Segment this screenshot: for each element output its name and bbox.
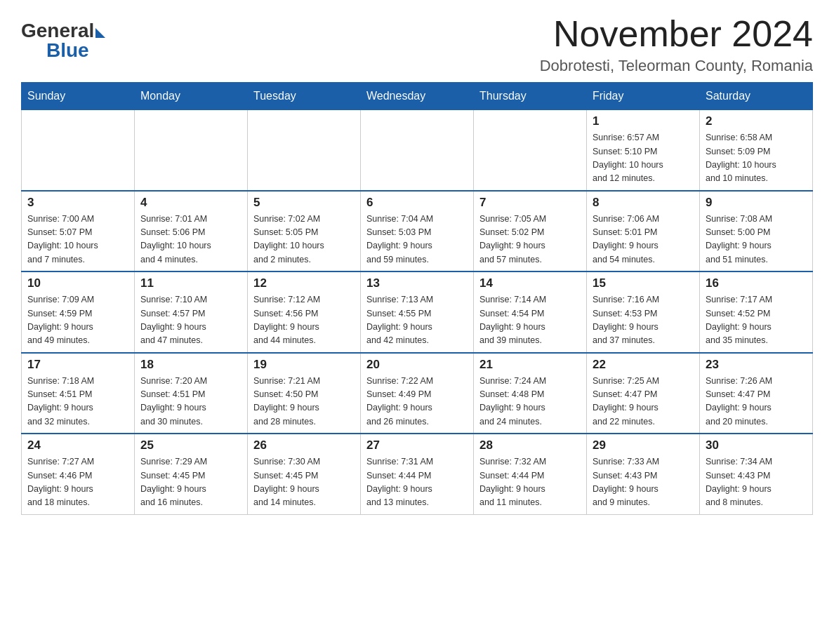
day-info: Sunrise: 7:09 AMSunset: 4:59 PMDaylight:… xyxy=(27,293,128,348)
calendar-cell: 25Sunrise: 7:29 AMSunset: 4:45 PMDayligh… xyxy=(135,434,248,514)
calendar-cell: 8Sunrise: 7:06 AMSunset: 5:01 PMDaylight… xyxy=(587,191,700,272)
day-info: Sunrise: 7:16 AMSunset: 4:53 PMDaylight:… xyxy=(593,293,694,348)
day-number: 9 xyxy=(706,196,807,210)
day-info: Sunrise: 7:18 AMSunset: 4:51 PMDaylight:… xyxy=(27,375,128,429)
calendar-cell: 13Sunrise: 7:13 AMSunset: 4:55 PMDayligh… xyxy=(361,271,474,353)
day-info: Sunrise: 7:33 AMSunset: 4:43 PMDaylight:… xyxy=(593,455,694,510)
calendar-cell: 3Sunrise: 7:00 AMSunset: 5:07 PMDaylight… xyxy=(22,191,135,272)
calendar-cell: 10Sunrise: 7:09 AMSunset: 4:59 PMDayligh… xyxy=(22,271,135,353)
day-number: 29 xyxy=(593,438,694,452)
calendar-cell: 16Sunrise: 7:17 AMSunset: 4:52 PMDayligh… xyxy=(700,271,813,353)
day-info: Sunrise: 7:17 AMSunset: 4:52 PMDaylight:… xyxy=(706,293,807,348)
month-title: November 2024 xyxy=(540,14,813,54)
day-info: Sunrise: 7:22 AMSunset: 4:49 PMDaylight:… xyxy=(366,375,468,429)
calendar-cell xyxy=(474,110,587,191)
day-number: 19 xyxy=(253,358,355,372)
day-number: 21 xyxy=(479,358,581,372)
calendar-cell: 5Sunrise: 7:02 AMSunset: 5:05 PMDaylight… xyxy=(248,191,361,272)
day-number: 12 xyxy=(253,276,355,290)
calendar-week-row: 1Sunrise: 6:57 AMSunset: 5:10 PMDaylight… xyxy=(22,110,813,191)
col-header-saturday: Saturday xyxy=(700,83,813,110)
day-info: Sunrise: 7:20 AMSunset: 4:51 PMDaylight:… xyxy=(140,375,241,429)
day-number: 30 xyxy=(706,438,807,452)
day-number: 24 xyxy=(27,438,128,452)
calendar-cell: 30Sunrise: 7:34 AMSunset: 4:43 PMDayligh… xyxy=(700,434,813,514)
calendar-cell xyxy=(135,110,248,191)
day-number: 6 xyxy=(366,196,468,210)
day-number: 20 xyxy=(366,358,468,372)
day-number: 8 xyxy=(593,196,694,210)
day-info: Sunrise: 7:01 AMSunset: 5:06 PMDaylight:… xyxy=(140,213,241,267)
day-info: Sunrise: 6:58 AMSunset: 5:09 PMDaylight:… xyxy=(706,131,807,186)
day-info: Sunrise: 7:21 AMSunset: 4:50 PMDaylight:… xyxy=(253,375,355,429)
day-number: 18 xyxy=(140,358,241,372)
day-number: 10 xyxy=(27,276,128,290)
calendar-cell: 7Sunrise: 7:05 AMSunset: 5:02 PMDaylight… xyxy=(474,191,587,272)
day-number: 16 xyxy=(706,276,807,290)
calendar-cell: 24Sunrise: 7:27 AMSunset: 4:46 PMDayligh… xyxy=(22,434,135,514)
day-number: 4 xyxy=(140,196,241,210)
day-info: Sunrise: 7:26 AMSunset: 4:47 PMDaylight:… xyxy=(706,375,807,429)
day-info: Sunrise: 7:10 AMSunset: 4:57 PMDaylight:… xyxy=(140,293,241,348)
day-info: Sunrise: 7:05 AMSunset: 5:02 PMDaylight:… xyxy=(479,213,581,267)
day-number: 22 xyxy=(593,358,694,372)
calendar-cell: 21Sunrise: 7:24 AMSunset: 4:48 PMDayligh… xyxy=(474,353,587,434)
col-header-thursday: Thursday xyxy=(474,83,587,110)
calendar-week-row: 24Sunrise: 7:27 AMSunset: 4:46 PMDayligh… xyxy=(22,434,813,514)
day-info: Sunrise: 7:12 AMSunset: 4:56 PMDaylight:… xyxy=(253,293,355,348)
logo: General Blue xyxy=(21,14,105,62)
calendar-cell: 29Sunrise: 7:33 AMSunset: 4:43 PMDayligh… xyxy=(587,434,700,514)
day-info: Sunrise: 7:14 AMSunset: 4:54 PMDaylight:… xyxy=(479,293,581,348)
calendar-cell: 4Sunrise: 7:01 AMSunset: 5:06 PMDaylight… xyxy=(135,191,248,272)
day-number: 26 xyxy=(253,438,355,452)
calendar-cell: 20Sunrise: 7:22 AMSunset: 4:49 PMDayligh… xyxy=(361,353,474,434)
col-header-wednesday: Wednesday xyxy=(361,83,474,110)
day-number: 13 xyxy=(366,276,468,290)
calendar-cell: 9Sunrise: 7:08 AMSunset: 5:00 PMDaylight… xyxy=(700,191,813,272)
day-info: Sunrise: 7:02 AMSunset: 5:05 PMDaylight:… xyxy=(253,213,355,267)
title-area: November 2024 Dobrotesti, Teleorman Coun… xyxy=(540,14,813,75)
day-number: 23 xyxy=(706,358,807,372)
day-info: Sunrise: 7:31 AMSunset: 4:44 PMDaylight:… xyxy=(366,455,468,510)
col-header-monday: Monday xyxy=(135,83,248,110)
day-number: 3 xyxy=(27,196,128,210)
calendar-cell xyxy=(248,110,361,191)
day-info: Sunrise: 7:30 AMSunset: 4:45 PMDaylight:… xyxy=(253,455,355,510)
calendar-week-row: 3Sunrise: 7:00 AMSunset: 5:07 PMDaylight… xyxy=(22,191,813,272)
day-info: Sunrise: 7:06 AMSunset: 5:01 PMDaylight:… xyxy=(593,213,694,267)
day-info: Sunrise: 7:25 AMSunset: 4:47 PMDaylight:… xyxy=(593,375,694,429)
day-info: Sunrise: 7:29 AMSunset: 4:45 PMDaylight:… xyxy=(140,455,241,510)
col-header-tuesday: Tuesday xyxy=(248,83,361,110)
calendar-cell: 11Sunrise: 7:10 AMSunset: 4:57 PMDayligh… xyxy=(135,271,248,353)
calendar-cell: 18Sunrise: 7:20 AMSunset: 4:51 PMDayligh… xyxy=(135,353,248,434)
calendar-cell: 23Sunrise: 7:26 AMSunset: 4:47 PMDayligh… xyxy=(700,353,813,434)
day-number: 27 xyxy=(366,438,468,452)
calendar-week-row: 17Sunrise: 7:18 AMSunset: 4:51 PMDayligh… xyxy=(22,353,813,434)
day-info: Sunrise: 7:00 AMSunset: 5:07 PMDaylight:… xyxy=(27,213,128,267)
day-info: Sunrise: 7:08 AMSunset: 5:00 PMDaylight:… xyxy=(706,213,807,267)
calendar-cell: 28Sunrise: 7:32 AMSunset: 4:44 PMDayligh… xyxy=(474,434,587,514)
calendar-cell: 26Sunrise: 7:30 AMSunset: 4:45 PMDayligh… xyxy=(248,434,361,514)
calendar-cell: 22Sunrise: 7:25 AMSunset: 4:47 PMDayligh… xyxy=(587,353,700,434)
calendar-cell: 1Sunrise: 6:57 AMSunset: 5:10 PMDaylight… xyxy=(587,110,700,191)
logo-blue-text: Blue xyxy=(46,39,89,62)
day-number: 5 xyxy=(253,196,355,210)
day-number: 17 xyxy=(27,358,128,372)
day-number: 1 xyxy=(593,114,694,128)
day-number: 28 xyxy=(479,438,581,452)
page-header: General Blue November 2024 Dobrotesti, T… xyxy=(21,14,813,75)
day-number: 11 xyxy=(140,276,241,290)
calendar-cell xyxy=(361,110,474,191)
calendar-cell: 12Sunrise: 7:12 AMSunset: 4:56 PMDayligh… xyxy=(248,271,361,353)
calendar-table: SundayMondayTuesdayWednesdayThursdayFrid… xyxy=(21,82,813,515)
day-info: Sunrise: 7:32 AMSunset: 4:44 PMDaylight:… xyxy=(479,455,581,510)
calendar-cell: 17Sunrise: 7:18 AMSunset: 4:51 PMDayligh… xyxy=(22,353,135,434)
calendar-header-row: SundayMondayTuesdayWednesdayThursdayFrid… xyxy=(22,83,813,110)
day-info: Sunrise: 7:24 AMSunset: 4:48 PMDaylight:… xyxy=(479,375,581,429)
calendar-week-row: 10Sunrise: 7:09 AMSunset: 4:59 PMDayligh… xyxy=(22,271,813,353)
location-subtitle: Dobrotesti, Teleorman County, Romania xyxy=(540,57,813,75)
day-number: 2 xyxy=(706,114,807,128)
day-info: Sunrise: 6:57 AMSunset: 5:10 PMDaylight:… xyxy=(593,131,694,186)
calendar-cell xyxy=(22,110,135,191)
calendar-cell: 2Sunrise: 6:58 AMSunset: 5:09 PMDaylight… xyxy=(700,110,813,191)
